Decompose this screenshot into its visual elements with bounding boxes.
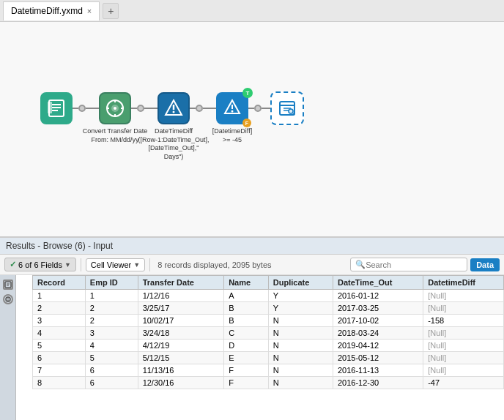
search-icon: 🔍 bbox=[355, 260, 366, 269]
table-row[interactable]: 544/12/19DN2019-04-12[Null] bbox=[33, 340, 504, 352]
tab-close-button[interactable]: × bbox=[87, 7, 92, 15]
col-header-duplicate: Duplicate bbox=[268, 276, 333, 290]
records-info: 8 records displayed, 2095 bytes bbox=[158, 260, 347, 269]
filter-node[interactable]: T F [DatetimeDiff]>= -45 bbox=[216, 92, 248, 124]
formula-node[interactable]: Convert Transfer Date From: MM/dd/yy bbox=[99, 92, 131, 124]
col-header-datetimediff: DatetimeDiff bbox=[423, 276, 504, 290]
col-header-transferdate: Transfer Date bbox=[138, 276, 224, 290]
browse-node[interactable] bbox=[270, 91, 304, 125]
col-header-record: Record bbox=[33, 276, 86, 290]
data-button[interactable]: Data bbox=[470, 258, 500, 271]
viewer-dropdown-icon: ▼ bbox=[133, 261, 140, 269]
table-row[interactable]: 111/12/16AY2016-01-12[Null] bbox=[33, 290, 504, 302]
table-row[interactable]: 8612/30/16FN2016-12-30-47 bbox=[33, 377, 504, 389]
browse-icon-container bbox=[270, 91, 304, 125]
side-strip bbox=[0, 275, 16, 420]
svg-point-29 bbox=[7, 298, 9, 299]
divider bbox=[81, 258, 81, 271]
svg-point-14 bbox=[173, 111, 175, 113]
side-icon-2[interactable] bbox=[3, 294, 13, 304]
results-panel: Results - Browse (6) - Input ✓ 6 of 6 Fi… bbox=[0, 238, 504, 420]
results-toolbar: ✓ 6 of 6 Fields ▼ Cell Viewer ▼ 8 record… bbox=[0, 255, 504, 275]
svg-point-17 bbox=[231, 110, 234, 113]
check-icon: ✓ bbox=[10, 260, 16, 269]
datetime-node[interactable]: DateTimeDiff([Row-1:DateTime_Out],[DateT… bbox=[158, 92, 190, 124]
search-input[interactable] bbox=[366, 260, 461, 269]
filter-label: [DatetimeDiff]>= -45 bbox=[199, 127, 265, 144]
col-header-name: Name bbox=[224, 276, 269, 290]
fields-selector-button[interactable]: ✓ 6 of 6 Fields ▼ bbox=[4, 258, 76, 271]
table-row[interactable]: 655/12/15EN2015-05-12[Null] bbox=[33, 352, 504, 364]
results-body: Record Emp ID Transfer Date Name Duplica… bbox=[0, 275, 504, 420]
svg-line-24 bbox=[293, 113, 294, 115]
svg-point-7 bbox=[114, 107, 116, 110]
filter-badge-f: F bbox=[242, 119, 251, 127]
new-tab-button[interactable]: + bbox=[103, 3, 119, 19]
input-node[interactable] bbox=[40, 92, 73, 124]
col-header-datetimeout: DateTime_Out bbox=[333, 276, 423, 290]
col-header-empid: Emp ID bbox=[85, 276, 138, 290]
workflow-canvas: Convert Transfer Date From: MM/dd/yy Dat… bbox=[0, 22, 504, 238]
fields-dropdown-icon: ▼ bbox=[64, 261, 71, 269]
file-tab[interactable]: DatetimeDiff.yxmd × bbox=[3, 1, 100, 20]
filter-badge: T bbox=[242, 88, 253, 98]
results-table-wrapper[interactable]: Record Emp ID Transfer Date Name Duplica… bbox=[32, 275, 504, 420]
table-row[interactable]: 433/24/18CN2018-03-24[Null] bbox=[33, 327, 504, 340]
svg-rect-25 bbox=[5, 282, 11, 288]
svg-rect-4 bbox=[48, 102, 52, 113]
results-header: Results - Browse (6) - Input bbox=[0, 238, 504, 255]
table-row[interactable]: 3210/02/17BN2017-10-02-158 bbox=[33, 315, 504, 327]
tab-bar: DatetimeDiff.yxmd × + bbox=[0, 0, 504, 22]
tab-filename: DatetimeDiff.yxmd bbox=[11, 6, 83, 16]
table-row[interactable]: 223/25/17BY2017-03-25[Null] bbox=[33, 302, 504, 315]
search-box[interactable]: 🔍 bbox=[350, 258, 467, 271]
table-row[interactable]: 7611/13/16FN2016-11-13[Null] bbox=[33, 364, 504, 377]
divider2 bbox=[149, 258, 150, 271]
side-icon-1[interactable] bbox=[3, 280, 13, 290]
cell-viewer-button[interactable]: Cell Viewer ▼ bbox=[86, 258, 145, 271]
results-table: Record Emp ID Transfer Date Name Duplica… bbox=[32, 275, 504, 389]
